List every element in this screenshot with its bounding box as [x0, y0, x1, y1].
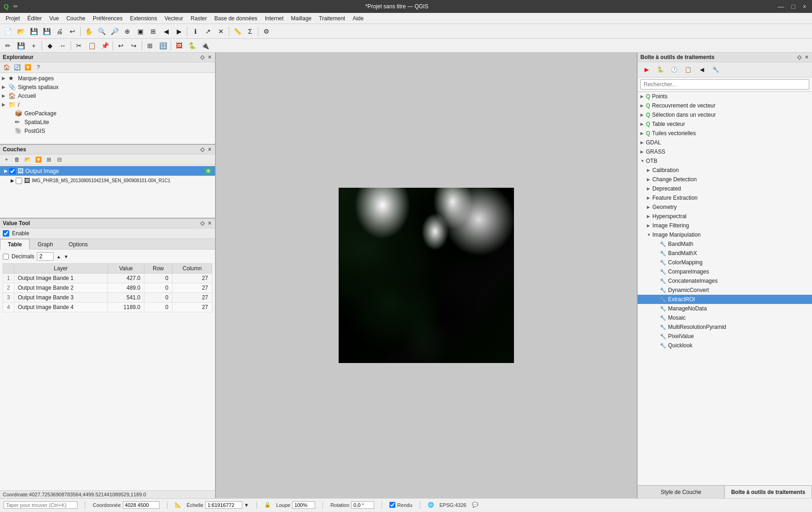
processing-tree-item[interactable]: 🔧ManageNoData: [638, 304, 812, 313]
explorer-help-button[interactable]: ?: [34, 63, 43, 71]
map-canvas[interactable]: [339, 188, 514, 363]
explorer-item-spatial-bookmarks[interactable]: ▶ 📎 Signets spatiaux: [0, 83, 215, 91]
plugin-button[interactable]: 🔌: [199, 40, 211, 51]
decimals-checkbox[interactable]: [3, 254, 9, 260]
layer-collapse-button[interactable]: ⊟: [55, 155, 64, 164]
processing-search-input[interactable]: [640, 79, 809, 89]
explorer-refresh-button[interactable]: 🔄: [12, 63, 22, 71]
layer-open-button[interactable]: 📂: [23, 155, 32, 164]
layer-expand-button[interactable]: ⊞: [44, 155, 54, 164]
processing-tree-item[interactable]: ▼Image Manipulation: [638, 230, 812, 239]
menu-base-donnees[interactable]: Base de données: [210, 14, 261, 23]
decimals-spinner-down[interactable]: ▼: [64, 254, 68, 259]
decimals-input[interactable]: [37, 252, 54, 261]
layer-filter-button[interactable]: 🔽: [34, 155, 43, 164]
processing-tree-item[interactable]: 🔧Mosaic: [638, 313, 812, 322]
menu-vue[interactable]: Vue: [46, 14, 63, 23]
menu-traitement[interactable]: Traitement: [315, 14, 349, 23]
move-button[interactable]: ↔: [57, 40, 69, 51]
python-button[interactable]: 🐍: [186, 40, 198, 51]
identify-button[interactable]: ℹ: [189, 26, 201, 37]
zoom-layer-button[interactable]: ▣: [134, 26, 146, 37]
processing-tree-item[interactable]: 🔧Quicklook: [638, 341, 812, 350]
tab-table[interactable]: Table: [0, 239, 30, 250]
zoom-selection-button[interactable]: ⊞: [147, 26, 159, 37]
pt-run-button[interactable]: ▶: [640, 64, 652, 75]
raster-btn[interactable]: 🖼: [173, 40, 185, 51]
map-area[interactable]: [216, 53, 637, 498]
layer-add-button[interactable]: +: [2, 155, 11, 164]
new-project-button[interactable]: 📄: [2, 26, 14, 37]
explorer-filter-button[interactable]: 🔽: [23, 63, 32, 71]
coordinate-input[interactable]: [123, 501, 160, 509]
pt-history-button[interactable]: 🕐: [668, 64, 680, 75]
enable-checkbox[interactable]: [3, 230, 9, 237]
open-project-button[interactable]: 📂: [15, 26, 27, 37]
processing-tree-item[interactable]: ▶QTuiles vectorielles: [638, 129, 812, 138]
loupe-input[interactable]: [292, 501, 315, 509]
menu-preferences[interactable]: Préférences: [89, 14, 126, 23]
processing-tree-item[interactable]: 🔧BandMath: [638, 239, 812, 249]
paste-button[interactable]: 📌: [99, 40, 111, 51]
rotation-input[interactable]: [351, 501, 374, 509]
menu-raster[interactable]: Raster: [187, 14, 210, 23]
value-tool-pin-button[interactable]: ◇: [199, 220, 205, 226]
menu-aide[interactable]: Aide: [349, 14, 367, 23]
processing-tree-item[interactable]: ▶Image Filtering: [638, 221, 812, 230]
explorer-home-button[interactable]: 🏠: [2, 63, 11, 71]
close-button[interactable]: ×: [801, 3, 808, 10]
processing-tree-item[interactable]: ▶GRASS: [638, 147, 812, 156]
zoom-next-button[interactable]: ▶: [173, 26, 185, 37]
processing-tree-item[interactable]: ▶Geometry: [638, 202, 812, 212]
processing-tree-item[interactable]: ▼OTB: [638, 156, 812, 166]
processing-tree-item[interactable]: 🔧ColorMapping: [638, 258, 812, 267]
edit-toggle-button[interactable]: ✏: [2, 40, 14, 51]
menu-projet[interactable]: Projet: [2, 14, 24, 23]
explorer-item-bookmarks[interactable]: ▶ ★ Marque-pages: [0, 74, 215, 83]
explorer-item-postgis[interactable]: 🐘 PostGIS: [0, 126, 215, 135]
select-button[interactable]: ↗: [202, 26, 214, 37]
tab-options[interactable]: Options: [61, 239, 96, 250]
menu-internet[interactable]: Internet: [261, 14, 287, 23]
processing-tree-item[interactable]: 🔧CompareImages: [638, 267, 812, 276]
explorer-item-spatialite[interactable]: ✏ SpatiaLite: [0, 118, 215, 126]
search-input[interactable]: [4, 501, 78, 509]
scale-input[interactable]: [205, 501, 242, 509]
pt-options-button[interactable]: ◀: [696, 64, 708, 75]
processing-tree-item[interactable]: ▶QTable vecteur: [638, 119, 812, 129]
menu-editer[interactable]: Éditer: [24, 14, 45, 23]
pt-results-button[interactable]: 📋: [682, 64, 694, 75]
cut-button[interactable]: ✂: [73, 40, 85, 51]
processing-tree-item[interactable]: 🔧DynamicConvert: [638, 286, 812, 295]
save-project-button[interactable]: 💾: [28, 26, 40, 37]
processing-tree-item[interactable]: 🔧ConcatenateImages: [638, 276, 812, 286]
undo-edit-button[interactable]: ↩: [115, 40, 127, 51]
settings-button[interactable]: ⚙: [260, 26, 272, 37]
explorer-item-geopackage[interactable]: 📦 GeoPackage: [0, 109, 215, 118]
layer-visible-checkbox[interactable]: [9, 168, 16, 174]
layer-visible-checkbox[interactable]: [16, 178, 22, 184]
explorer-item-home[interactable]: ▶ 🏠 Accueil: [0, 91, 215, 100]
processing-close-button[interactable]: ×: [804, 54, 809, 60]
field-calc-button[interactable]: 🔢: [157, 40, 169, 51]
processing-tree-item[interactable]: ▶Change Detection: [638, 175, 812, 184]
processing-tree-item[interactable]: ▶Feature Extraction: [638, 193, 812, 202]
save-as-button[interactable]: 💾: [41, 26, 53, 37]
menu-vecteur[interactable]: Vecteur: [161, 14, 187, 23]
tab-boite-outils[interactable]: Boîte à outils de traitements: [725, 486, 812, 498]
processing-tree-item[interactable]: 🔧MultiResolutionPyramid: [638, 322, 812, 332]
deselect-button[interactable]: ✕: [215, 26, 227, 37]
maximize-button[interactable]: □: [789, 3, 797, 10]
processing-tree-item[interactable]: ▶QPoints: [638, 92, 812, 101]
processing-tree-item[interactable]: 🔧PixelValue: [638, 332, 812, 341]
print-button[interactable]: 🖨: [54, 26, 66, 37]
zoom-full-button[interactable]: ⊕: [121, 26, 133, 37]
scale-dropdown-icon[interactable]: ▼: [244, 502, 249, 508]
undo-button[interactable]: ↩: [66, 26, 78, 37]
processing-tree-item[interactable]: ▶GDAL: [638, 138, 812, 147]
menu-couche[interactable]: Couche: [63, 14, 89, 23]
redo-edit-button[interactable]: ↪: [128, 40, 140, 51]
measure-button[interactable]: 📏: [231, 26, 243, 37]
copy-button[interactable]: 📋: [86, 40, 98, 51]
processing-tree-item[interactable]: ▶Calibration: [638, 166, 812, 175]
